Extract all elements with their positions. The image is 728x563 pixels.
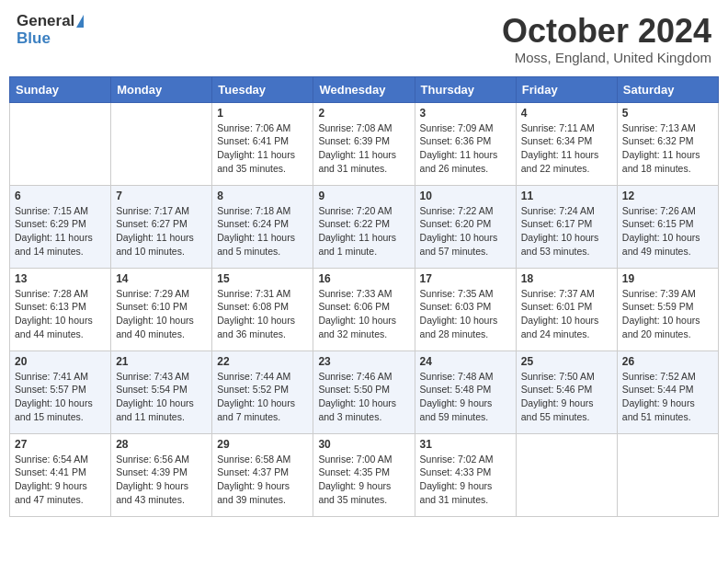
calendar-table: Sunday Monday Tuesday Wednesday Thursday… [9, 76, 719, 517]
calendar-cell: 7Sunrise: 7:17 AMSunset: 6:27 PMDaylight… [111, 185, 212, 268]
week-row-1: 1Sunrise: 7:06 AMSunset: 6:41 PMDaylight… [10, 102, 719, 185]
day-info: Sunrise: 7:20 AMSunset: 6:22 PMDaylight:… [318, 204, 409, 259]
page-header: General Blue October 2024 Moss, England,… [9, 9, 719, 69]
logo-general: General [17, 13, 74, 30]
calendar-cell: 23Sunrise: 7:46 AMSunset: 5:50 PMDayligh… [313, 350, 415, 433]
calendar-cell: 25Sunrise: 7:50 AMSunset: 5:46 PMDayligh… [516, 350, 617, 433]
calendar-location: Moss, England, United Kingdom [502, 50, 711, 65]
calendar-cell: 31Sunrise: 7:02 AMSunset: 4:33 PMDayligh… [415, 433, 516, 516]
day-number: 25 [521, 355, 612, 368]
day-info: Sunrise: 7:17 AMSunset: 6:27 PMDaylight:… [116, 204, 207, 259]
day-number: 1 [217, 107, 308, 120]
day-number: 29 [217, 438, 308, 451]
day-number: 26 [622, 355, 713, 368]
day-number: 23 [318, 355, 409, 368]
day-info: Sunrise: 6:54 AMSunset: 4:41 PMDaylight:… [15, 453, 106, 507]
calendar-cell: 21Sunrise: 7:43 AMSunset: 5:54 PMDayligh… [111, 350, 212, 433]
day-number: 16 [318, 272, 409, 285]
calendar-cell: 24Sunrise: 7:48 AMSunset: 5:48 PMDayligh… [415, 350, 516, 433]
day-number: 15 [217, 272, 308, 285]
day-info: Sunrise: 6:58 AMSunset: 4:37 PMDaylight:… [217, 453, 308, 507]
logo-blue: Blue [17, 30, 51, 48]
day-number: 2 [318, 107, 409, 120]
calendar-cell: 9Sunrise: 7:20 AMSunset: 6:22 PMDaylight… [313, 185, 415, 268]
day-number: 30 [318, 438, 409, 451]
calendar-cell: 3Sunrise: 7:09 AMSunset: 6:36 PMDaylight… [415, 102, 516, 185]
calendar-cell: 16Sunrise: 7:33 AMSunset: 6:06 PMDayligh… [313, 268, 415, 350]
day-info: Sunrise: 7:48 AMSunset: 5:48 PMDaylight:… [420, 370, 511, 424]
day-number: 7 [116, 190, 207, 202]
calendar-cell [111, 102, 212, 185]
calendar-cell: 29Sunrise: 6:58 AMSunset: 4:37 PMDayligh… [212, 433, 313, 516]
header-thursday: Thursday [415, 76, 516, 102]
day-info: Sunrise: 7:00 AMSunset: 4:35 PMDaylight:… [318, 453, 409, 507]
day-number: 5 [622, 107, 713, 120]
calendar-cell [516, 433, 617, 516]
day-info: Sunrise: 7:24 AMSunset: 6:17 PMDaylight:… [521, 204, 612, 259]
day-number: 17 [420, 272, 511, 285]
calendar-cell: 8Sunrise: 7:18 AMSunset: 6:24 PMDaylight… [212, 185, 313, 268]
day-number: 8 [217, 190, 308, 202]
calendar-cell: 30Sunrise: 7:00 AMSunset: 4:35 PMDayligh… [313, 433, 415, 516]
header-wednesday: Wednesday [313, 76, 415, 102]
title-block: October 2024 Moss, England, United Kingd… [502, 13, 711, 65]
header-friday: Friday [516, 76, 617, 102]
day-info: Sunrise: 7:46 AMSunset: 5:50 PMDaylight:… [318, 370, 409, 424]
day-number: 9 [318, 190, 409, 202]
day-info: Sunrise: 7:50 AMSunset: 5:46 PMDaylight:… [521, 370, 612, 424]
logo: General Blue [17, 13, 84, 47]
day-info: Sunrise: 7:52 AMSunset: 5:44 PMDaylight:… [622, 370, 713, 424]
day-info: Sunrise: 7:31 AMSunset: 6:08 PMDaylight:… [217, 287, 308, 341]
day-info: Sunrise: 7:29 AMSunset: 6:10 PMDaylight:… [116, 287, 207, 341]
day-info: Sunrise: 7:09 AMSunset: 6:36 PMDaylight:… [420, 121, 511, 176]
header-tuesday: Tuesday [212, 76, 313, 102]
day-number: 13 [15, 272, 106, 285]
day-info: Sunrise: 7:06 AMSunset: 6:41 PMDaylight:… [217, 121, 308, 176]
calendar-cell: 22Sunrise: 7:44 AMSunset: 5:52 PMDayligh… [212, 350, 313, 433]
calendar-cell: 14Sunrise: 7:29 AMSunset: 6:10 PMDayligh… [111, 268, 212, 350]
calendar-cell: 26Sunrise: 7:52 AMSunset: 5:44 PMDayligh… [617, 350, 718, 433]
calendar-cell: 10Sunrise: 7:22 AMSunset: 6:20 PMDayligh… [415, 185, 516, 268]
day-number: 11 [521, 190, 612, 202]
calendar-cell: 6Sunrise: 7:15 AMSunset: 6:29 PMDaylight… [10, 185, 111, 268]
day-info: Sunrise: 7:28 AMSunset: 6:13 PMDaylight:… [15, 287, 106, 341]
calendar-title: October 2024 [502, 13, 711, 50]
week-row-3: 13Sunrise: 7:28 AMSunset: 6:13 PMDayligh… [10, 268, 719, 350]
calendar-cell: 17Sunrise: 7:35 AMSunset: 6:03 PMDayligh… [415, 268, 516, 350]
calendar-cell: 27Sunrise: 6:54 AMSunset: 4:41 PMDayligh… [10, 433, 111, 516]
day-number: 19 [622, 272, 713, 285]
day-info: Sunrise: 7:35 AMSunset: 6:03 PMDaylight:… [420, 287, 511, 341]
week-row-2: 6Sunrise: 7:15 AMSunset: 6:29 PMDaylight… [10, 185, 719, 268]
day-info: Sunrise: 7:15 AMSunset: 6:29 PMDaylight:… [15, 204, 106, 259]
calendar-cell: 2Sunrise: 7:08 AMSunset: 6:39 PMDaylight… [313, 102, 415, 185]
day-number: 4 [521, 107, 612, 120]
week-row-5: 27Sunrise: 6:54 AMSunset: 4:41 PMDayligh… [10, 433, 719, 516]
calendar-cell: 18Sunrise: 7:37 AMSunset: 6:01 PMDayligh… [516, 268, 617, 350]
day-info: Sunrise: 7:43 AMSunset: 5:54 PMDaylight:… [116, 370, 207, 424]
calendar-cell: 28Sunrise: 6:56 AMSunset: 4:39 PMDayligh… [111, 433, 212, 516]
day-number: 27 [15, 438, 106, 451]
day-info: Sunrise: 7:02 AMSunset: 4:33 PMDaylight:… [420, 453, 511, 507]
day-number: 12 [622, 190, 713, 202]
logo-triangle-icon [76, 15, 84, 28]
weekday-header-row: Sunday Monday Tuesday Wednesday Thursday… [10, 76, 719, 102]
day-number: 20 [15, 355, 106, 368]
header-monday: Monday [111, 76, 212, 102]
day-info: Sunrise: 7:33 AMSunset: 6:06 PMDaylight:… [318, 287, 409, 341]
calendar-cell: 1Sunrise: 7:06 AMSunset: 6:41 PMDaylight… [212, 102, 313, 185]
day-number: 31 [420, 438, 511, 451]
day-info: Sunrise: 7:39 AMSunset: 5:59 PMDaylight:… [622, 287, 713, 341]
day-info: Sunrise: 7:08 AMSunset: 6:39 PMDaylight:… [318, 121, 409, 176]
calendar-cell: 20Sunrise: 7:41 AMSunset: 5:57 PMDayligh… [10, 350, 111, 433]
calendar-cell: 13Sunrise: 7:28 AMSunset: 6:13 PMDayligh… [10, 268, 111, 350]
day-number: 21 [116, 355, 207, 368]
calendar-cell: 11Sunrise: 7:24 AMSunset: 6:17 PMDayligh… [516, 185, 617, 268]
day-info: Sunrise: 7:41 AMSunset: 5:57 PMDaylight:… [15, 370, 106, 424]
day-number: 3 [420, 107, 511, 120]
week-row-4: 20Sunrise: 7:41 AMSunset: 5:57 PMDayligh… [10, 350, 719, 433]
day-info: Sunrise: 7:26 AMSunset: 6:15 PMDaylight:… [622, 204, 713, 259]
day-info: Sunrise: 7:11 AMSunset: 6:34 PMDaylight:… [521, 121, 612, 176]
day-info: Sunrise: 7:13 AMSunset: 6:32 PMDaylight:… [622, 121, 713, 176]
day-number: 14 [116, 272, 207, 285]
day-number: 18 [521, 272, 612, 285]
